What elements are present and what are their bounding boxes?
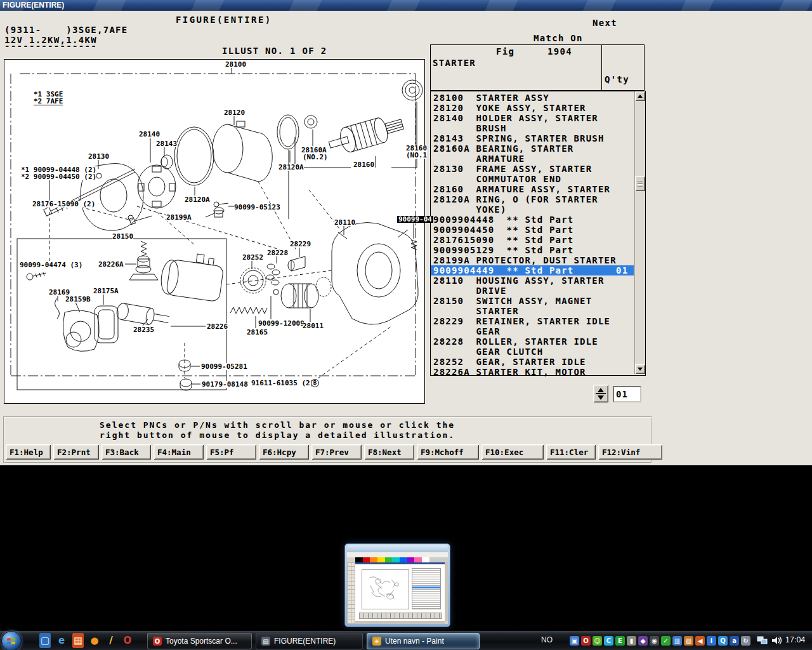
parts-list-row[interactable]: 28160 ARMATURE ASSY, STARTER [431, 184, 634, 194]
opera-quicklaunch-icon[interactable]: O [122, 633, 133, 648]
parts-list-row[interactable]: STARTER [431, 306, 634, 316]
fkey-f3-button[interactable]: F3:Back [102, 444, 151, 460]
start-button[interactable] [1, 631, 22, 650]
internet-explorer-icon[interactable]: e [56, 633, 67, 648]
office-2007-icon[interactable]: ▦ [72, 633, 84, 648]
part-label[interactable]: 91611-61035 (2) [251, 380, 314, 387]
part-label[interactable]: 28100 [225, 61, 246, 68]
spinner-up-icon[interactable] [598, 388, 604, 392]
parts-list-row[interactable]: 28110 HOUSING ASSY, STARTER [431, 275, 634, 286]
part-label[interactable]: 90179-08148 [202, 381, 248, 388]
parts-list-row[interactable]: 28120 YOKE ASSY, STARTER [431, 103, 634, 113]
part-label[interactable]: 28165 [247, 329, 268, 336]
fkey-f8-button[interactable]: F8:Next [364, 444, 414, 460]
part-label[interactable]: 28229 [290, 241, 311, 248]
parts-list-row[interactable]: 28199A PROTECTOR, DUST STARTER [431, 255, 634, 265]
brush-icon[interactable]: / [105, 633, 117, 648]
fkey-f5-button[interactable]: F5:Pf [206, 444, 256, 460]
parts-list-row[interactable]: 9009904450 ** Std Part [431, 225, 634, 235]
part-label[interactable]: 28159B [65, 296, 91, 303]
buddy-icon[interactable]: ☺ [593, 636, 602, 646]
part-label[interactable]: 28120A [278, 164, 304, 171]
media-manager-icon[interactable]: ▧ [684, 636, 693, 646]
parts-list-row-selected[interactable]: 9009904449 ** Std Part01 [431, 265, 634, 275]
taskbar-button-1[interactable]: OToyota Sportscar O... [147, 633, 252, 649]
parts-list-row[interactable]: 28228 ROLLER, STARTER IDLE [431, 336, 634, 347]
antivirus-shield-icon[interactable]: ✓ [661, 636, 671, 646]
part-label[interactable]: 28226 [207, 323, 228, 330]
opera-tray-icon[interactable]: O [581, 636, 591, 646]
qty-input[interactable] [613, 386, 641, 402]
fkey-f1-button[interactable]: F1:Help [6, 444, 51, 460]
display-settings-icon[interactable]: ▥ [672, 636, 682, 646]
parts-list-row[interactable]: BRUSH [431, 123, 634, 133]
skype-icon[interactable]: C [604, 636, 613, 646]
quicktime-icon[interactable]: Q [718, 636, 728, 646]
taskbar-clock[interactable]: 17:04 [785, 635, 805, 644]
parts-list-row[interactable]: 9009905129 ** Std Part [431, 245, 634, 255]
fkey-f11-button[interactable]: F11:Cler [546, 444, 596, 460]
taskbar-button-2[interactable]: ▤FIGURE(ENTIRE) [256, 633, 363, 649]
parts-list-row[interactable]: 28120A RING, O (FOR STARTER [431, 194, 634, 204]
part-label[interactable]: 28011 [303, 322, 324, 329]
parts-list-scrollbar[interactable] [634, 91, 645, 374]
paint-titlebar[interactable] [347, 545, 448, 552]
part-label[interactable]: 28226A [98, 261, 124, 268]
parts-list-row[interactable]: 28143 SPRING, STARTER BRUSH [431, 133, 634, 143]
info-icon[interactable]: i [707, 636, 716, 646]
parts-list-row[interactable]: YOKE) [431, 204, 634, 215]
fkey-f12-button[interactable]: F12:Vinf [598, 444, 662, 460]
part-label[interactable]: 90099-12009 [258, 320, 304, 327]
scrollbar-down-button[interactable] [635, 364, 645, 374]
parts-list-row[interactable]: 28140 HOLDER ASSY, STARTER [431, 113, 634, 123]
parts-list-row[interactable]: 28100 STARTER ASSY [431, 93, 634, 103]
part-label[interactable]: *2 90099-04450 (2) [21, 173, 96, 180]
next-label[interactable]: Next [593, 18, 617, 28]
scrollbar-up-button[interactable] [635, 91, 645, 101]
orange-ball-icon[interactable]: ● [89, 633, 100, 648]
part-label[interactable]: 90099-04 [397, 216, 433, 223]
parts-list-row[interactable]: ARMATURE [431, 154, 634, 164]
parts-list-row[interactable]: COMMUTATOR END [431, 174, 634, 184]
part-label[interactable]: 28228 [267, 249, 288, 256]
part-label[interactable]: 28143 [156, 140, 177, 147]
volume-icon[interactable] [771, 635, 782, 646]
parts-list-row[interactable]: 28229 RETAINER, STARTER IDLE [431, 316, 634, 326]
fkey-f4-button[interactable]: F4:Main [154, 444, 204, 460]
part-label[interactable]: 28120 [224, 109, 245, 116]
parts-list-row[interactable]: 28150 SWITCH ASSY, MAGNET [431, 296, 634, 306]
part-label[interactable]: 28110 [334, 219, 355, 226]
audio-horn-icon[interactable]: ◀ [695, 636, 705, 646]
part-label[interactable]: 28130 [88, 153, 109, 160]
part-label[interactable]: 90099-05281 [201, 363, 247, 370]
fkey-f9-button[interactable]: F9:Mchoff [417, 444, 479, 460]
parts-list-row[interactable]: 28160A BEARING, STARTER [431, 143, 634, 154]
paint-mini-window[interactable] [344, 543, 450, 627]
part-label[interactable]: 28150 [112, 233, 133, 240]
part-label[interactable]: 28252 [242, 254, 263, 261]
show-desktop-icon[interactable]: ▢ [39, 633, 51, 648]
ea-icon[interactable]: E [615, 636, 625, 646]
parts-list-row[interactable]: GEAR CLUTCH [431, 347, 634, 357]
part-label[interactable]: 28235 [133, 326, 154, 333]
acrobat-icon[interactable]: a [730, 636, 739, 646]
taskbar-button-3[interactable]: ✳Uten navn - Paint [367, 633, 480, 649]
qty-spinner[interactable] [593, 385, 608, 402]
scrollbar-thumb[interactable] [635, 176, 645, 191]
parts-list-row[interactable]: 28130 FRAME ASSY, STARTER [431, 164, 634, 174]
part-label[interactable]: 90099-05123 [234, 204, 280, 211]
part-label[interactable]: (NO.2) [303, 154, 328, 161]
fkey-f2-button[interactable]: F2:Prnt [53, 444, 99, 460]
purple-app-icon[interactable]: ◆ [638, 636, 648, 646]
usb-device-icon[interactable]: ▮ [627, 636, 636, 646]
part-label[interactable]: *2 7AFE [34, 98, 63, 105]
messenger-icon[interactable]: ▣ [570, 636, 579, 646]
language-indicator[interactable]: NO [541, 635, 553, 644]
part-label[interactable]: 28120A [185, 196, 210, 203]
part-label[interactable]: 28199A [166, 214, 192, 221]
part-label[interactable]: 28160 [353, 161, 374, 168]
network-icon[interactable] [757, 636, 768, 646]
part-label[interactable]: B [311, 379, 319, 387]
parts-list-row[interactable]: GEAR [431, 326, 634, 336]
parts-list-row[interactable]: 9009904448 ** Std Part [431, 215, 634, 225]
